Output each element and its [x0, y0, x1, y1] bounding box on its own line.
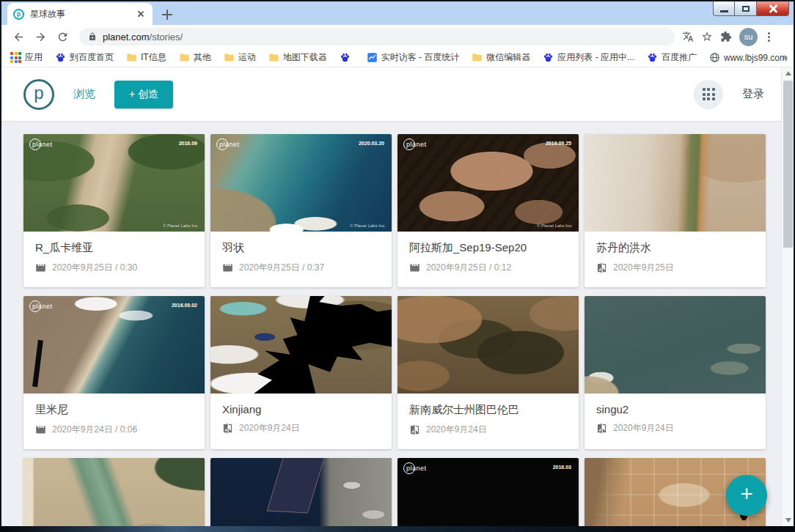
- reload-icon: [56, 31, 69, 43]
- forward-button[interactable]: [32, 28, 49, 45]
- thumbnail-credit: © Planet Labs Inc.: [537, 223, 573, 228]
- story-card[interactable]: planet 2020.03.20 © Planet Labs Inc. 羽状 …: [210, 134, 392, 287]
- story-card[interactable]: planet 2016.03: [398, 458, 579, 526]
- login-link[interactable]: 登录: [742, 87, 764, 101]
- header-right: 登录: [694, 80, 764, 109]
- story-meta: 2020年9月25日 / 0:37: [222, 262, 380, 274]
- bookmark-item[interactable]: 实时访客 - 百度统计: [364, 50, 463, 65]
- lock-icon: [88, 32, 97, 41]
- bookmark-item[interactable]: 应用列表 - 应用中...: [540, 50, 637, 65]
- bookmark-item[interactable]: www.lbjs99.com: [706, 51, 790, 64]
- story-title: 阿拉斯加_Sep19-Sep20: [409, 241, 567, 255]
- image-gap-artifact: [32, 340, 43, 387]
- minimize-button[interactable]: [713, 1, 735, 16]
- story-thumbnail[interactable]: [210, 296, 392, 394]
- planet-watermark: planet: [406, 141, 427, 148]
- tab-close-icon[interactable]: [135, 8, 147, 20]
- browser-tab[interactable]: p 星球故事: [7, 3, 153, 25]
- story-card[interactable]: planet 2019.09.25 © Planet Labs Inc. 阿拉斯…: [398, 134, 579, 287]
- thumbnail-date-overlay: 2016.09.02: [172, 303, 197, 308]
- story-thumbnail[interactable]: [210, 458, 392, 526]
- story-card[interactable]: planet 2016.09 © Planet Labs Inc. R_瓜卡维亚…: [23, 134, 205, 287]
- baidu-icon: [340, 52, 351, 63]
- site-header: p 浏览 + 创造 登录: [1, 67, 794, 122]
- card-body: 阿拉斯加_Sep19-Sep20 2020年9月25日 / 0:12: [398, 232, 579, 287]
- story-thumbnail[interactable]: planet 2016.03: [398, 458, 579, 526]
- scroll-down-arrow[interactable]: [782, 514, 794, 526]
- story-thumbnail[interactable]: planet 2016.09.02: [23, 296, 205, 394]
- profile-avatar[interactable]: su: [739, 28, 758, 46]
- no-data-region: [210, 296, 392, 394]
- story-card[interactable]: singu2 2020年9月24日: [585, 296, 766, 449]
- bookmark-star-icon[interactable]: [701, 31, 713, 43]
- planet-logo[interactable]: p: [23, 79, 54, 110]
- forward-icon: [34, 31, 47, 43]
- url-text: planet.com/stories/: [103, 32, 183, 43]
- story-thumbnail[interactable]: [585, 296, 766, 394]
- bookmarks-overflow-chevron[interactable]: »: [782, 51, 788, 63]
- story-title: Xinjiang: [222, 403, 380, 415]
- story-date: 2020年9月25日: [613, 262, 674, 274]
- bookmark-item[interactable]: [337, 51, 357, 64]
- compare-icon: [596, 262, 607, 273]
- movie-icon: [409, 262, 420, 273]
- story-card[interactable]: [23, 458, 205, 526]
- planet-favicon-icon: p: [13, 9, 24, 20]
- bookmark-folder[interactable]: IT信息: [123, 50, 169, 65]
- chrome-menu-icon[interactable]: [765, 32, 773, 42]
- story-card[interactable]: planet 2016.09.02 里米尼 2020年9月24日 / 0:06: [23, 296, 205, 449]
- bookmark-apps[interactable]: 应用: [7, 50, 45, 65]
- card-body: 羽状 2020年9月25日 / 0:37: [210, 232, 392, 287]
- bookmark-folder[interactable]: 其他: [176, 50, 214, 65]
- create-story-fab[interactable]: +: [726, 475, 767, 516]
- back-button[interactable]: [10, 28, 27, 45]
- bookmark-folder[interactable]: 微信编辑器: [469, 50, 533, 65]
- close-icon: [768, 4, 778, 13]
- scrollbar-thumb[interactable]: [783, 81, 793, 248]
- page-scrollbar[interactable]: [781, 67, 794, 526]
- story-thumbnail[interactable]: [585, 134, 766, 232]
- translate-icon[interactable]: [682, 31, 694, 43]
- bookmark-folder[interactable]: 运动: [221, 50, 259, 65]
- compare-icon: [222, 423, 233, 434]
- reload-button[interactable]: [54, 28, 71, 45]
- story-thumbnail[interactable]: planet 2019.09.25 © Planet Labs Inc.: [398, 134, 579, 232]
- story-card[interactable]: Xinjiang 2020年9月24日: [210, 296, 392, 449]
- story-title: 羽状: [222, 241, 380, 255]
- bookmark-item[interactable]: 到百度首页: [52, 50, 117, 65]
- story-thumbnail[interactable]: planet 2020.03.20 © Planet Labs Inc.: [210, 134, 392, 232]
- scroll-up-arrow[interactable]: [782, 67, 794, 79]
- apps-grid-icon: [10, 52, 21, 63]
- address-bar[interactable]: planet.com/stories/: [79, 28, 675, 45]
- create-button[interactable]: + 创造: [114, 81, 173, 108]
- story-card[interactable]: 苏丹的洪水 2020年9月25日: [585, 134, 766, 287]
- nav-browse-link[interactable]: 浏览: [73, 87, 95, 101]
- extensions-puzzle-icon[interactable]: [720, 31, 732, 43]
- tab-title: 星球故事: [30, 8, 135, 21]
- window-bottom-frame: [0, 526, 795, 532]
- folder-icon: [224, 52, 235, 63]
- page-viewport: p 浏览 + 创造 登录 planet 2016.09 © Planet Lab…: [1, 67, 794, 526]
- card-body: 里米尼 2020年9月24日 / 0:06: [23, 394, 205, 449]
- new-tab-button[interactable]: [158, 6, 176, 23]
- story-meta: 2020年9月25日: [596, 262, 754, 274]
- tab-strip: p 星球故事: [1, 1, 794, 25]
- story-thumbnail[interactable]: [398, 296, 579, 394]
- analytics-chart-icon: [367, 52, 378, 63]
- story-thumbnail[interactable]: planet 2016.09 © Planet Labs Inc.: [23, 134, 205, 232]
- maximize-button[interactable]: [735, 1, 757, 16]
- close-button[interactable]: [757, 1, 789, 16]
- browser-toolbar: planet.com/stories/ su: [1, 25, 794, 48]
- apps-menu-button[interactable]: [694, 80, 723, 109]
- story-card[interactable]: [210, 458, 392, 526]
- story-title: 里米尼: [35, 403, 193, 417]
- toolbar-right: su: [682, 28, 773, 46]
- thumbnail-credit: © Planet Labs Inc.: [350, 223, 386, 228]
- baidu-icon: [55, 52, 66, 63]
- bookmark-folder[interactable]: 地图下载器: [265, 50, 330, 65]
- story-date: 2020年9月24日: [426, 424, 487, 436]
- bookmark-item[interactable]: 百度推广: [644, 50, 700, 65]
- story-thumbnail[interactable]: [23, 458, 205, 526]
- story-card[interactable]: 新南威尔士州图巴伦巴 2020年9月24日: [398, 296, 579, 449]
- compare-icon: [409, 424, 420, 435]
